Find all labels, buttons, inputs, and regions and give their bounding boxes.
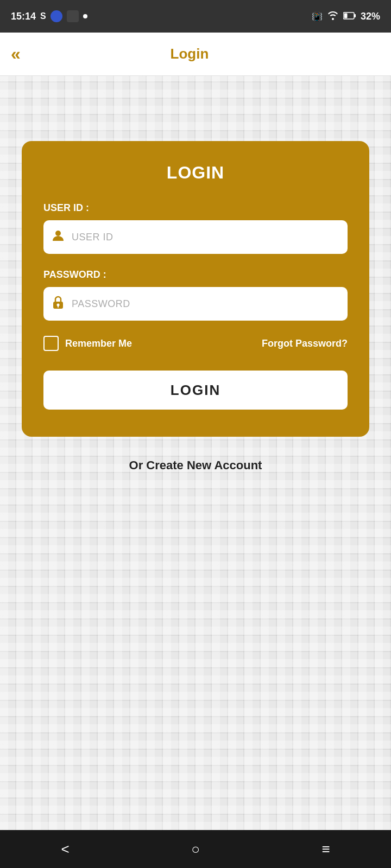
- main-content: LOGIN USER ID : PASSWORD :: [0, 76, 391, 830]
- password-label: PASSWORD :: [43, 269, 348, 280]
- options-row: Remember Me Forgot Password?: [43, 336, 348, 351]
- password-input[interactable]: [43, 287, 348, 321]
- user-id-label: USER ID :: [43, 202, 348, 214]
- password-input-wrapper: [43, 287, 348, 321]
- user-id-input[interactable]: [43, 220, 348, 254]
- status-dot: [83, 14, 87, 18]
- bottom-nav: < ○ ≡: [0, 830, 391, 868]
- status-icon-app1: [51, 10, 62, 22]
- user-icon: [51, 228, 65, 246]
- svg-rect-1: [344, 13, 347, 18]
- nav-back-button[interactable]: <: [49, 833, 81, 865]
- remember-me-label: Remember Me: [65, 338, 132, 349]
- forgot-password-link[interactable]: Forgot Password?: [262, 338, 348, 349]
- back-button[interactable]: «: [11, 44, 21, 64]
- nav-home-button[interactable]: ○: [179, 833, 212, 865]
- top-nav: « Login: [0, 33, 391, 76]
- wifi-icon: [327, 10, 339, 23]
- battery-percent: 32%: [361, 11, 380, 22]
- status-left: 15:14 S: [11, 10, 87, 22]
- remember-me-checkbox[interactable]: [43, 336, 59, 351]
- user-id-input-wrapper: [43, 220, 348, 254]
- create-account-text[interactable]: Or Create New Account: [129, 458, 262, 473]
- lock-icon: [51, 295, 65, 313]
- svg-point-3: [55, 231, 61, 236]
- page-title: Login: [21, 46, 358, 62]
- status-icon-s: S: [40, 11, 46, 21]
- battery-icon: [343, 11, 356, 22]
- card-title: LOGIN: [43, 163, 348, 183]
- status-icon-app2: [67, 10, 79, 22]
- vibrate-icon: 📳: [312, 11, 323, 22]
- login-button[interactable]: LOGIN: [43, 371, 348, 410]
- status-bar: 15:14 S 📳 32%: [0, 0, 391, 33]
- status-right: 📳 32%: [312, 10, 380, 23]
- svg-rect-6: [58, 305, 59, 308]
- remember-me-row[interactable]: Remember Me: [43, 336, 132, 351]
- nav-menu-button[interactable]: ≡: [310, 833, 342, 865]
- status-time: 15:14: [11, 11, 36, 22]
- svg-rect-2: [354, 14, 356, 17]
- login-card: LOGIN USER ID : PASSWORD :: [22, 141, 369, 437]
